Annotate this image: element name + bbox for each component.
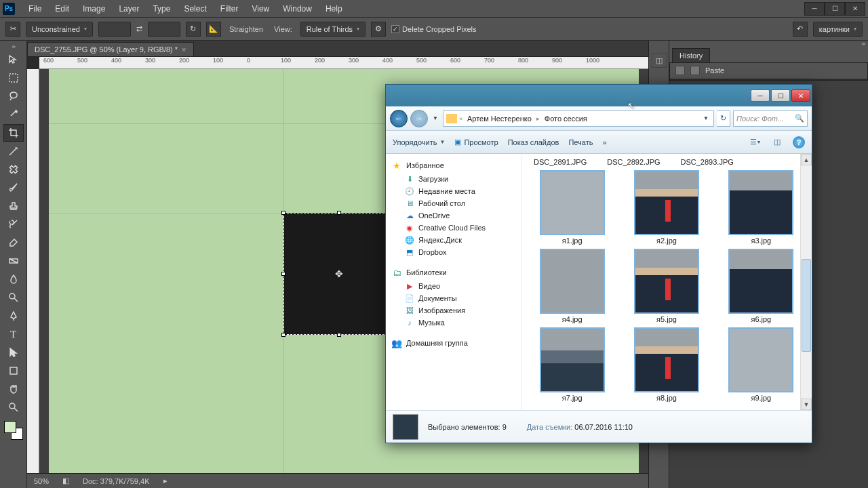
explorer-minimize[interactable]: ─	[751, 89, 770, 102]
organize-menu[interactable]: Упорядочить▼	[393, 138, 445, 146]
status-arrow-icon[interactable]: ▸	[163, 476, 167, 485]
tree-item[interactable]: ⬇Загрузки	[387, 173, 519, 185]
tree-item[interactable]: 📄Документы	[387, 292, 519, 304]
file-thumbnail[interactable]: я6.jpg	[720, 249, 802, 323]
hand-tool[interactable]	[3, 380, 24, 398]
print-button[interactable]: Печать	[568, 138, 593, 146]
folder-tree[interactable]: ★Избранное ⬇Загрузки🕘Недавние места🖥Рабо…	[386, 154, 521, 410]
history-panel-tab[interactable]: History	[672, 48, 710, 62]
dodge-tool[interactable]	[3, 289, 24, 306]
heal-tool[interactable]	[3, 161, 24, 178]
window-minimize[interactable]: ─	[804, 2, 825, 16]
help-button[interactable]: ?	[793, 136, 805, 148]
file-explorer-window[interactable]: ─ ☐ ✕ ← → ▼ « Артем Нестеренко ▸ Фото се…	[385, 84, 812, 443]
menu-help[interactable]: Help	[319, 1, 349, 16]
toolbar-overflow[interactable]: »	[602, 138, 606, 146]
tree-item[interactable]: ♪Музыка	[387, 317, 519, 329]
search-input[interactable]: Поиск: Фот... 🔍	[733, 110, 808, 127]
scroll-thumb[interactable]	[802, 259, 811, 352]
file-thumbnail[interactable]: я9.jpg	[720, 327, 802, 402]
file-thumbnail[interactable]: я1.jpg	[531, 170, 613, 245]
brush-tool[interactable]	[3, 179, 24, 197]
breadcrumb-dropdown[interactable]: ▼	[701, 115, 711, 121]
crop-settings-icon[interactable]: ⚙	[371, 22, 386, 37]
reset-icon[interactable]: ↶	[793, 22, 808, 37]
window-close[interactable]: ✕	[845, 2, 865, 16]
collapse-icon[interactable]: ▸▸	[0, 43, 26, 49]
search-icon[interactable]: 🔍	[795, 114, 804, 123]
view-options-button[interactable]: ☰ ▼	[749, 136, 762, 148]
wand-tool[interactable]	[3, 106, 24, 123]
ruler-horizontal[interactable]: 600 500 400 300 200 100 0 100 200 300 40…	[39, 57, 648, 69]
file-thumbnail[interactable]: я4.jpg	[531, 249, 613, 323]
explorer-maximize[interactable]: ☐	[771, 89, 790, 102]
scroll-down-icon[interactable]: ▼	[801, 399, 812, 410]
tree-item[interactable]: ▶Видео	[387, 280, 519, 292]
tree-libraries[interactable]: 🗂Библиотеки	[387, 265, 519, 280]
transform-handle[interactable]	[281, 211, 285, 215]
scroll-up-icon[interactable]: ▲	[801, 154, 812, 165]
doc-size-icon[interactable]: ◧	[62, 476, 69, 485]
stamp-tool[interactable]	[3, 197, 24, 215]
tree-item[interactable]: ☁OneDrive	[387, 209, 519, 222]
preview-pane-toggle[interactable]: ◫	[771, 136, 783, 148]
menu-file[interactable]: File	[22, 1, 48, 16]
type-tool[interactable]: T	[3, 325, 24, 343]
file-thumbnail[interactable]: я5.jpg	[625, 249, 707, 323]
shape-tool[interactable]	[3, 362, 24, 380]
file-thumbnail[interactable]: я2.jpg	[625, 170, 707, 245]
nav-forward-button[interactable]: →	[410, 110, 428, 127]
collapse-panels-icon[interactable]: ◂◂	[669, 41, 868, 47]
ruler-vertical[interactable]	[27, 69, 39, 473]
history-brush-tool[interactable]	[3, 216, 24, 233]
refresh-button[interactable]: ↻	[717, 110, 730, 127]
tree-homegroup[interactable]: 👥Домашняя группа	[387, 336, 519, 350]
nav-back-button[interactable]: ←	[390, 110, 408, 127]
gradient-tool[interactable]	[3, 252, 24, 270]
address-breadcrumb[interactable]: « Артем Нестеренко ▸ Фото сессия ▼	[443, 110, 714, 127]
history-entry[interactable]: Paste	[670, 63, 867, 79]
tree-item[interactable]: 🖼Изображения	[387, 304, 519, 317]
tree-item[interactable]: 🖥Рабочий стол	[387, 197, 519, 209]
lasso-tool[interactable]	[3, 87, 24, 105]
menu-type[interactable]: Type	[146, 1, 177, 16]
tree-item[interactable]: ◉Creative Cloud Files	[387, 222, 519, 234]
eyedropper-tool[interactable]	[3, 142, 24, 160]
path-select-tool[interactable]	[3, 344, 24, 361]
file-thumbnail[interactable]: я3.jpg	[720, 170, 802, 245]
zoom-tool[interactable]	[3, 399, 24, 416]
preview-button[interactable]: ▣Просмотр	[454, 138, 498, 146]
pen-tool[interactable]	[3, 307, 24, 325]
transform-handle[interactable]	[337, 333, 341, 337]
transform-handle[interactable]	[337, 211, 341, 215]
tree-favorites[interactable]: ★Избранное	[387, 158, 519, 173]
swap-icon[interactable]: ⇄	[136, 24, 142, 33]
document-tab[interactable]: DSC_2755.JPG @ 50% (Layer 9, RGB/8) *×	[27, 42, 194, 56]
eraser-tool[interactable]	[3, 234, 24, 251]
crop-view-combo[interactable]: Rule of Thirds	[300, 22, 366, 37]
straighten-label[interactable]: Straighten	[226, 25, 266, 33]
window-maximize[interactable]: ☐	[825, 2, 845, 16]
file-thumbnail[interactable]: я8.jpg	[625, 327, 707, 402]
tree-item[interactable]: 🌐Яндекс.Диск	[387, 234, 519, 246]
tree-item[interactable]: ⬒Dropbox	[387, 246, 519, 258]
menu-edit[interactable]: Edit	[48, 1, 76, 16]
file-thumbnail[interactable]: я7.jpg	[531, 327, 613, 402]
marquee-tool[interactable]	[3, 69, 24, 87]
panel-icon[interactable]: ◫	[652, 53, 667, 68]
menu-image[interactable]: Image	[76, 1, 112, 16]
file-list[interactable]: DSC_2891.JPG DSC_2892.JPG DSC_2893.JPG я…	[521, 154, 812, 410]
menu-filter[interactable]: Filter	[214, 1, 245, 16]
crop-width-input[interactable]	[98, 22, 131, 37]
delete-cropped-checkbox[interactable]: ✓Delete Cropped Pixels	[391, 25, 476, 33]
explorer-close[interactable]: ✕	[791, 89, 810, 102]
transform-handle[interactable]	[281, 272, 285, 276]
workspace-selector[interactable]: картинки	[813, 22, 863, 37]
crop-ratio-combo[interactable]: Unconstrained	[26, 22, 93, 37]
breadcrumb-segment[interactable]: Артем Нестеренко	[465, 115, 534, 123]
menu-view[interactable]: View	[245, 1, 276, 16]
crop-height-input[interactable]	[148, 22, 180, 37]
straighten-icon[interactable]: 📐	[206, 22, 221, 37]
slideshow-button[interactable]: Показ слайдов	[508, 138, 559, 146]
fg-color[interactable]	[4, 421, 16, 433]
